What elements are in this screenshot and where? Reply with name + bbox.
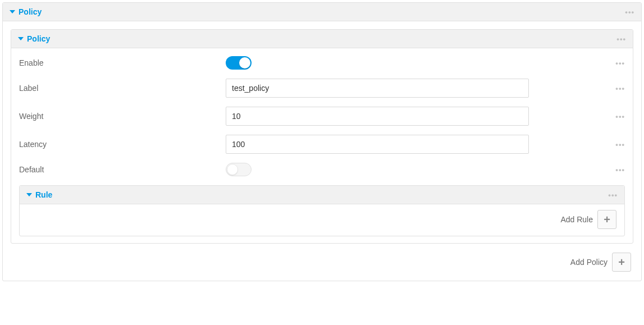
rule-panel-header[interactable]: Rule ••• <box>20 186 624 204</box>
default-row-actions: ••• <box>609 165 625 174</box>
default-control <box>226 163 609 176</box>
ellipsis-icon[interactable]: ••• <box>615 140 625 149</box>
label-control <box>226 79 609 98</box>
rule-panel-title: Rule <box>26 190 52 199</box>
plus-icon: + <box>618 256 625 269</box>
weight-label: Weight <box>19 112 226 121</box>
toggle-knob <box>239 57 250 68</box>
weight-control <box>226 107 609 126</box>
latency-label: Latency <box>19 140 226 149</box>
rule-panel-title-text: Rule <box>35 190 52 199</box>
inner-policy-title-text: Policy <box>27 34 50 43</box>
outer-policy-footer: Add Policy + <box>11 248 633 274</box>
caret-down-icon <box>18 37 24 40</box>
inner-policy-body: Enable ••• Label <box>11 48 633 243</box>
add-rule-button[interactable]: + <box>597 210 616 229</box>
ellipsis-icon[interactable]: ••• <box>625 8 634 16</box>
ellipsis-icon[interactable]: ••• <box>608 191 618 199</box>
outer-policy-title: Policy <box>10 7 42 16</box>
label-row: Label ••• <box>19 79 625 98</box>
default-row: Default ••• <box>19 163 625 176</box>
add-rule-label: Add Rule <box>560 215 593 224</box>
ellipsis-icon[interactable]: ••• <box>616 35 626 43</box>
inner-policy-header[interactable]: Policy ••• <box>11 30 633 48</box>
latency-control <box>226 135 609 154</box>
outer-policy-header[interactable]: Policy ••• <box>3 3 641 21</box>
toggle-knob <box>227 164 238 175</box>
enable-control <box>226 56 609 70</box>
enable-row-actions: ••• <box>609 58 625 67</box>
latency-row-actions: ••• <box>609 140 625 149</box>
ellipsis-icon[interactable]: ••• <box>615 112 625 121</box>
add-policy-label: Add Policy <box>570 258 608 267</box>
latency-input[interactable] <box>226 135 529 154</box>
label-input[interactable] <box>226 79 529 98</box>
ellipsis-icon[interactable]: ••• <box>615 84 625 93</box>
rule-panel: Rule ••• Add Rule + <box>19 185 625 236</box>
weight-row-actions: ••• <box>609 112 625 121</box>
default-toggle[interactable] <box>226 163 252 176</box>
caret-down-icon <box>10 10 15 13</box>
label-row-actions: ••• <box>609 84 625 93</box>
outer-policy-body: Policy ••• Enable ••• <box>3 21 641 281</box>
plus-icon: + <box>604 213 610 226</box>
ellipsis-icon[interactable]: ••• <box>615 59 625 67</box>
inner-policy-title: Policy <box>18 34 50 43</box>
outer-policy-panel: Policy ••• Policy ••• Enable <box>2 2 642 281</box>
caret-down-icon <box>26 193 32 196</box>
outer-policy-title-text: Policy <box>19 7 42 16</box>
rule-panel-body: Add Rule + <box>20 204 624 236</box>
enable-label: Enable <box>19 58 226 67</box>
add-policy-button[interactable]: + <box>612 253 631 272</box>
ellipsis-icon[interactable]: ••• <box>615 166 625 174</box>
enable-toggle[interactable] <box>226 56 252 70</box>
weight-row: Weight ••• <box>19 107 625 126</box>
rule-panel-footer: Add Rule + <box>20 204 624 236</box>
latency-row: Latency ••• <box>19 135 625 154</box>
enable-row: Enable ••• <box>19 56 625 70</box>
default-label: Default <box>19 165 226 174</box>
weight-input[interactable] <box>226 107 529 126</box>
inner-policy-panel: Policy ••• Enable ••• <box>11 29 633 244</box>
label-label: Label <box>19 84 226 93</box>
